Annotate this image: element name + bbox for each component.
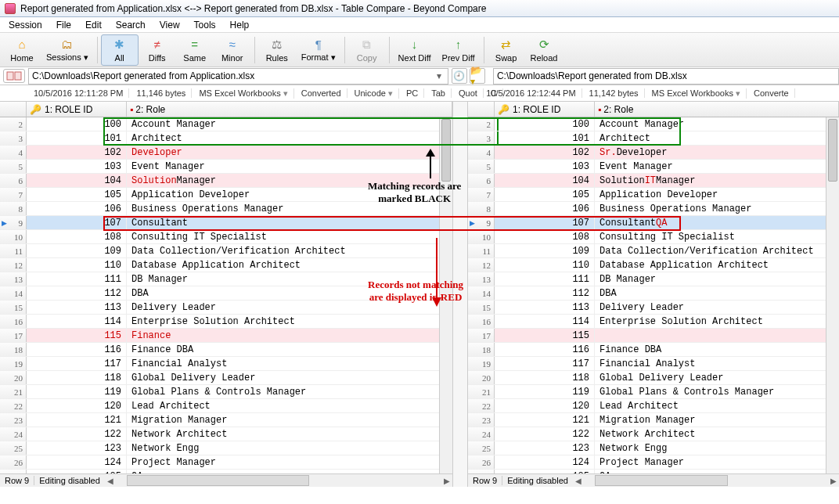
table-row[interactable]: 9▶107Consultant (0, 216, 452, 230)
swap-button[interactable]: ⇄Swap (488, 34, 525, 66)
table-row[interactable]: 20118Global Delivery Leader (468, 371, 839, 385)
scroll-left-icon[interactable]: ◀ (105, 477, 116, 485)
all-button[interactable]: ✱All (101, 34, 139, 66)
left-encoding[interactable]: Unicode (349, 88, 399, 99)
prev-diff-button[interactable]: ↑Prev Diff (437, 34, 481, 66)
diffs-button[interactable]: ≠Diffs (139, 34, 176, 66)
table-row[interactable]: 24122Network Architect (0, 427, 452, 441)
table-row[interactable]: 18116Finance DBA (0, 343, 452, 357)
table-row[interactable]: 7105Application Developer (468, 188, 839, 202)
table-row[interactable]: 22120Lead Architect (0, 399, 452, 413)
table-row[interactable]: 26124Project Manager (468, 455, 839, 470)
dropdown-icon[interactable]: ▾ (434, 70, 445, 81)
table-row[interactable]: 20118Global Delivery Leader (0, 371, 452, 385)
scroll-right-icon[interactable]: ▶ (828, 477, 839, 485)
table-row[interactable]: 12110Database Application Architect (468, 258, 839, 272)
format-button[interactable]: ¶Format ▾ (296, 34, 341, 66)
table-row[interactable]: 7105Application Developer (0, 188, 452, 202)
left-grid-body[interactable]: 2100Account Manager3101Architect4102Deve… (0, 117, 452, 473)
right-col1-header[interactable]: 🔑1: ROLE ID (495, 102, 595, 117)
toolbar-separator (254, 37, 255, 63)
right-path-input[interactable]: C:\Downloads\Report generated from DB.xl… (493, 68, 839, 85)
table-row[interactable]: 22120Lead Architect (468, 399, 839, 413)
table-row[interactable]: 12110Database Application Architect (0, 258, 452, 272)
table-row[interactable]: 19117Financial Analyst (468, 357, 839, 371)
table-row[interactable]: 14112DBA (0, 286, 452, 301)
table-row[interactable]: 8106Business Operations Manager (468, 202, 839, 216)
table-row[interactable]: 15113Delivery Leader (468, 301, 839, 315)
table-row[interactable]: 6104Solution Manager (0, 174, 452, 188)
right-grid-body[interactable]: 2100Account Manager3101Architect4102Sr. … (468, 117, 839, 473)
next-diff-button[interactable]: ↓Next Diff (393, 34, 437, 66)
scroll-left-icon[interactable]: ◀ (573, 477, 584, 485)
cell-role: Consultant (127, 216, 452, 229)
table-row[interactable]: 16114Enterprise Solution Architect (0, 315, 452, 329)
table-row[interactable]: 15113Delivery Leader (0, 301, 452, 315)
table-row[interactable]: 5103Event Manager (0, 160, 452, 174)
right-rownum-header[interactable] (468, 102, 495, 117)
table-row[interactable]: 9▶107Consultant QA (468, 216, 839, 230)
table-row[interactable]: 23121Migration Manager (468, 413, 839, 427)
menu-search[interactable]: Search (110, 18, 151, 32)
table-row[interactable]: 4102Developer (0, 146, 452, 160)
table-row[interactable]: 6104Solution IT Manager (468, 174, 839, 188)
cell-role: Enterprise Solution Architect (127, 315, 452, 328)
table-row[interactable]: 2100Account Manager (468, 117, 839, 131)
table-row[interactable]: 25123Network Engg (468, 441, 839, 455)
left-format[interactable]: MS Excel Workbooks (193, 88, 293, 99)
table-row[interactable]: 11109Data Collection/Verification Archit… (468, 244, 839, 258)
table-row[interactable]: 21119Global Plans & Controls Manager (468, 385, 839, 399)
table-row[interactable]: 18116Finance DBA (468, 343, 839, 357)
table-row[interactable]: 3101Architect (468, 131, 839, 146)
table-row[interactable]: 21119Global Plans & Controls Manager (0, 385, 452, 399)
right-hscroll[interactable] (595, 475, 817, 486)
table-row[interactable]: 26124Project Manager (0, 455, 452, 470)
sessions-button[interactable]: 🗂Sessions ▾ (41, 34, 94, 66)
table-row[interactable]: 8106Business Operations Manager (0, 202, 452, 216)
menu-file[interactable]: File (51, 18, 77, 32)
table-row[interactable]: 23121Migration Manager (0, 413, 452, 427)
table-row[interactable]: 3101Architect (0, 131, 452, 146)
table-row[interactable]: 16114Enterprise Solution Architect (468, 315, 839, 329)
table-row[interactable]: 2100Account Manager (0, 117, 452, 131)
table-row[interactable]: 13111DB Manager (0, 272, 452, 286)
left-path-input[interactable]: C:\Downloads\Report generated from Appli… (28, 68, 448, 85)
left-history-button[interactable]: 🕘 (452, 68, 467, 84)
home-button[interactable]: ⌂Home (3, 34, 41, 66)
menu-help[interactable]: Help (225, 18, 255, 32)
table-row[interactable]: 27125QA (468, 470, 839, 473)
table-row[interactable]: 19117Financial Analyst (0, 357, 452, 371)
table-row[interactable]: 10108Consulting IT Specialist (468, 230, 839, 244)
menu-view[interactable]: View (154, 18, 185, 32)
left-open-button[interactable]: 📂▾ (470, 68, 485, 84)
table-row[interactable]: 17115Finance (0, 329, 452, 343)
table-row[interactable]: 24122Network Architect (468, 427, 839, 441)
panel-splitter[interactable] (452, 102, 468, 487)
menu-session[interactable]: Session (3, 18, 48, 32)
left-col1-header[interactable]: 🔑1: ROLE ID (27, 102, 127, 117)
table-row[interactable]: 13111DB Manager (468, 272, 839, 286)
table-row[interactable]: 4102Sr. Developer (468, 146, 839, 160)
menu-tools[interactable]: Tools (189, 18, 221, 32)
right-col2-header[interactable]: ▪2: Role (595, 102, 839, 117)
table-row[interactable]: 11109Data Collection/Verification Archit… (0, 244, 452, 258)
scroll-right-icon[interactable]: ▶ (441, 477, 452, 485)
table-row[interactable]: 10108Consulting IT Specialist (0, 230, 452, 244)
right-format[interactable]: MS Excel Workbooks (646, 88, 747, 99)
left-rownum-header[interactable] (0, 102, 27, 117)
table-row[interactable]: 5103Event Manager (468, 160, 839, 174)
menu-edit[interactable]: Edit (80, 18, 107, 32)
right-scrollbar[interactable] (826, 117, 839, 473)
table-row[interactable]: 14112DBA (468, 286, 839, 301)
left-col2-header[interactable]: ▪2: Role (127, 102, 452, 117)
rules-button[interactable]: ⚖Rules (258, 34, 296, 66)
table-row[interactable]: 25123Network Engg (0, 441, 452, 455)
left-scrollbar[interactable] (439, 117, 452, 473)
table-row[interactable]: 17115 (468, 329, 839, 343)
view-mode-toggle[interactable] (3, 69, 25, 83)
same-button[interactable]: =Same (176, 34, 214, 66)
left-hscroll[interactable] (127, 475, 430, 486)
table-row[interactable]: 27125QA (0, 470, 452, 473)
minor-button[interactable]: ≈Minor (214, 34, 251, 66)
reload-button[interactable]: ⟳Reload (525, 34, 564, 66)
